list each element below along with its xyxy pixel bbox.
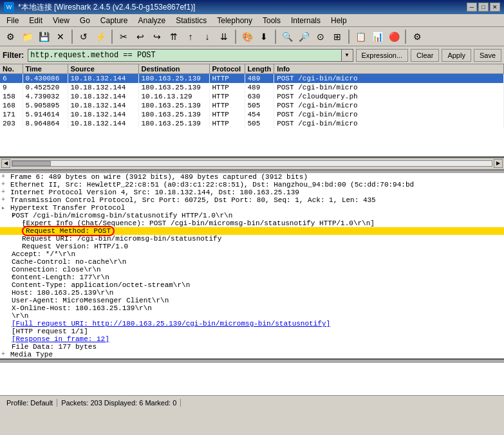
table-row[interactable]: 1584.73903210.18.132.14410.16.13.129HTTP… (0, 92, 504, 101)
toolbar-colorize[interactable]: 🎨 (239, 29, 255, 44)
expand-icon-expert-info[interactable]: + (1, 219, 22, 227)
detail-row-http-request-num[interactable]: [HTTP request 1/1] (0, 328, 504, 335)
detail-row-connection[interactable]: Connection: close\r\n (0, 266, 504, 273)
toolbar-go-last[interactable]: ⇊ (216, 29, 232, 44)
toolbar-go-next[interactable]: ↓ (200, 29, 215, 44)
detail-row-crlf[interactable]: \r\n (0, 312, 504, 320)
col-header-time[interactable]: Time (23, 64, 68, 74)
col-header-protocol[interactable]: Protocol (209, 64, 245, 74)
toolbar-resize-cols[interactable]: ⊞ (330, 29, 345, 44)
toolbar-zoom-normal[interactable]: ⊙ (313, 29, 328, 44)
menu-item-internals[interactable]: Internals (286, 15, 326, 26)
detail-row-host[interactable]: Host: 180.163.25.139\r\n (0, 289, 504, 297)
expand-icon-content-length[interactable]: + (1, 273, 12, 281)
toolbar-open[interactable]: 📁 (19, 29, 35, 44)
col-header-source[interactable]: Source (68, 64, 138, 74)
scroll-left-btn[interactable]: ◀ (1, 159, 10, 168)
detail-row-accept[interactable]: Accept: */*\r\n (0, 250, 504, 258)
detail-row-request-method[interactable]: Request Method: POST (0, 227, 504, 235)
table-row[interactable]: 1715.91461410.18.132.144180.163.25.139HT… (0, 110, 504, 119)
packet-detail[interactable]: +Frame 6: 489 bytes on wire (3912 bits),… (0, 173, 504, 360)
menu-item-telephony[interactable]: Telephony (212, 15, 257, 26)
detail-row-response-in-frame[interactable]: [Response in frame: 12] (0, 335, 504, 343)
toolbar-prefs[interactable]: ⚙ (409, 29, 425, 44)
expand-icon-http[interactable]: ▸ (1, 204, 10, 212)
menu-item-help[interactable]: Help (326, 15, 352, 26)
close-button[interactable]: ✕ (490, 3, 500, 12)
toolbar-color-rules[interactable]: 🔴 (386, 29, 402, 44)
cell-dst: 180.163.25.139 (138, 83, 209, 92)
toolbar-go-back[interactable]: ↩ (133, 29, 148, 44)
expand-icon-http-post-line[interactable]: ▾ (1, 212, 12, 219)
detail-row-content-type[interactable]: Content-Type: application/octet-stream\r… (0, 281, 504, 289)
detail-row-http-post-line[interactable]: ▾POST /cgi-bin/micromsg-bin/statusnotify… (0, 212, 504, 219)
detail-row-user-agent[interactable]: User-Agent: MicroMessenger Client\r\n (0, 297, 504, 304)
table-row[interactable]: 90.45252010.18.132.144180.163.25.139HTTP… (0, 83, 504, 92)
detail-row-media-type[interactable]: +Media Type (0, 351, 504, 358)
toolbar-zoom-out[interactable]: 🔎 (296, 29, 312, 44)
detail-link-full-request-uri[interactable]: [Full request URI: http://180.163.25.139… (12, 320, 330, 328)
detail-row-frame[interactable]: +Frame 6: 489 bytes on wire (3912 bits),… (0, 173, 504, 181)
menu-item-file[interactable]: File (1, 15, 24, 26)
toolbar-zoom-in[interactable]: 🔍 (279, 29, 295, 44)
toolbar-go-first[interactable]: ⇈ (166, 29, 182, 44)
sash-resize-handle[interactable] (0, 169, 504, 173)
toolbar-save[interactable]: 💾 (36, 29, 51, 44)
scroll-track[interactable] (12, 160, 492, 167)
toolbar-go-prev[interactable]: ↑ (183, 29, 198, 44)
packet-list[interactable]: No. Time Source Destination Protocol Len… (0, 64, 504, 158)
menu-item-capture[interactable]: Capture (95, 15, 133, 26)
toolbar-go-forward[interactable]: ↪ (149, 29, 165, 44)
expand-icon-ethernet[interactable]: + (1, 181, 10, 188)
detail-row-request-uri[interactable]: Request URI: /cgi-bin/micromsg-bin/statu… (0, 235, 504, 243)
minimize-button[interactable]: ─ (467, 3, 477, 12)
spacer-request-version (1, 243, 22, 250)
toolbar-reload[interactable]: ↺ (76, 29, 91, 44)
clear-filter-button[interactable]: Clear (411, 49, 439, 62)
menu-item-go[interactable]: Go (75, 15, 95, 26)
menu-item-tools[interactable]: Tools (257, 15, 286, 26)
detail-row-cache-control[interactable]: Cache-Control: no-cache\r\n (0, 258, 504, 266)
toolbar-new-capture[interactable]: ⚙ (3, 29, 18, 44)
table-row[interactable]: 60.43008610.18.132.144180.163.25.139HTTP… (0, 74, 504, 84)
detail-row-ethernet[interactable]: +Ethernet II, Src: HewlettP_22:c8:51 (a0… (0, 181, 504, 189)
filter-dropdown-button[interactable]: ▼ (342, 49, 353, 62)
detail-row-full-request-uri[interactable]: [Full request URI: http://180.163.25.139… (0, 320, 504, 328)
col-header-destination[interactable]: Destination (138, 64, 209, 74)
menu-item-analyze[interactable]: Analyze (133, 15, 171, 26)
menu-item-view[interactable]: View (48, 15, 75, 26)
table-row[interactable]: 1685.90589510.18.132.144180.163.25.139HT… (0, 101, 504, 110)
horizontal-scrollbar[interactable]: ◀ ▶ (0, 158, 504, 168)
save-filter-button[interactable]: Save (474, 49, 501, 62)
toolbar-display-filters[interactable]: 📊 (369, 29, 385, 44)
col-header-info[interactable]: Info (274, 64, 504, 74)
scroll-right-btn[interactable]: ▶ (494, 159, 503, 168)
expand-icon-frame[interactable]: + (1, 173, 10, 180)
col-header-no[interactable]: No. (0, 64, 23, 74)
expand-icon-media-type[interactable]: + (1, 351, 10, 358)
detail-row-file-data[interactable]: File Data: 177 bytes (0, 343, 504, 351)
toolbar-autoscroll[interactable]: ⬇ (256, 29, 272, 44)
toolbar-capture-options[interactable]: ⚡ (93, 29, 108, 44)
detail-link-response-in-frame[interactable]: [Response in frame: 12] (12, 335, 109, 343)
detail-row-request-version[interactable]: Request Version: HTTP/1.0 (0, 243, 504, 250)
detail-row-content-length[interactable]: +Content-Length: 177\r\n (0, 273, 504, 281)
expand-icon-ip[interactable]: + (1, 189, 10, 196)
menu-item-statistics[interactable]: Statistics (171, 15, 212, 26)
maximize-button[interactable]: □ (478, 3, 489, 12)
detail-row-http[interactable]: ▸Hypertext Transfer Protocol (0, 204, 504, 212)
detail-row-tcp[interactable]: +Transmission Control Protocol, Src Port… (0, 196, 504, 204)
toolbar-find[interactable]: ✂ (116, 29, 131, 44)
col-header-length[interactable]: Length (245, 64, 274, 74)
hex-pane[interactable] (0, 363, 504, 395)
menu-item-edit[interactable]: Edit (24, 15, 48, 26)
expand-icon-tcp[interactable]: + (1, 196, 10, 203)
expression-button[interactable]: Expression... (356, 49, 409, 62)
toolbar-capture-filters[interactable]: 📋 (353, 29, 368, 44)
apply-filter-button[interactable]: Apply (442, 49, 471, 62)
filter-input[interactable] (28, 49, 341, 62)
detail-row-ip[interactable]: +Internet Protocol Version 4, Src: 10.18… (0, 189, 504, 196)
detail-row-x-online-host[interactable]: X-Online-Host: 180.163.25.139\r\n (0, 304, 504, 312)
table-row[interactable]: 2038.96486410.18.132.144180.163.25.139HT… (0, 119, 504, 128)
toolbar-close[interactable]: ✕ (53, 29, 68, 44)
